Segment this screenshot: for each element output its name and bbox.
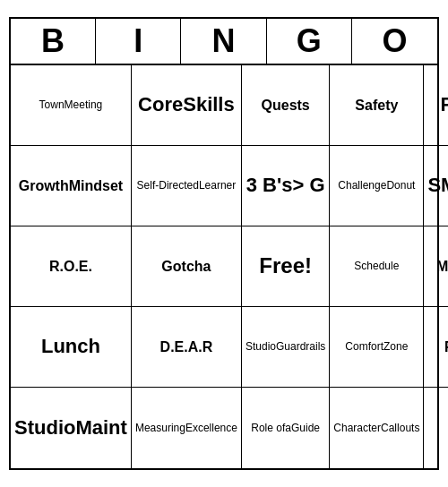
- cell-text: Mindset: [69, 177, 123, 194]
- cell-text: Schedule: [354, 260, 399, 272]
- cell-text: Directed: [159, 179, 199, 192]
- bingo-cell: D.E.A.R: [132, 307, 242, 388]
- cell-text: Guardrails: [276, 340, 325, 353]
- header-letter: I: [96, 19, 181, 64]
- bingo-cell: Lunch: [11, 307, 132, 388]
- bingo-cell: 3 B's> G: [242, 146, 330, 226]
- bingo-cell: CharacterCallouts: [330, 388, 424, 468]
- bingo-card: BINGO TownMeetingCoreSkillsQuestsSafetyP…: [9, 17, 439, 470]
- cell-text: Skills: [183, 93, 234, 116]
- bingo-cell: StudioMaint: [11, 388, 132, 468]
- cell-text: > G: [292, 174, 324, 197]
- bingo-cell: R.O.E.: [11, 226, 132, 307]
- cell-text: Safety: [355, 97, 398, 114]
- bingo-cell: SMARTGoals: [424, 146, 448, 226]
- cell-text: Morning: [436, 258, 448, 275]
- header-letter: G: [267, 19, 352, 64]
- cell-text: Character: [333, 422, 381, 434]
- bingo-cell: Role ofaGuide: [242, 388, 330, 468]
- cell-text: Fixed: [444, 338, 448, 355]
- cell-text: Meeting: [65, 98, 103, 111]
- cell-text: Panic: [440, 93, 448, 116]
- bingo-cell: Schedule: [330, 226, 424, 307]
- cell-text: Lunch: [41, 335, 100, 358]
- bingo-cell: Free!: [242, 226, 330, 307]
- bingo-cell: GrowthMindset: [11, 146, 132, 226]
- header-letter: B: [11, 19, 96, 64]
- bingo-cell: StudioGuardrails: [242, 307, 330, 388]
- cell-text: Role of: [251, 422, 285, 434]
- cell-text: Callouts: [381, 422, 419, 434]
- cell-text: a: [285, 422, 291, 434]
- bingo-cell: Exhibition: [424, 388, 448, 468]
- cell-text: D.E.A.R: [160, 338, 213, 355]
- cell-text: Challenge: [338, 179, 386, 192]
- bingo-grid: TownMeetingCoreSkillsQuestsSafetyPanicZo…: [11, 65, 437, 468]
- cell-text: Comfort: [345, 340, 383, 353]
- cell-text: Studio: [246, 340, 276, 353]
- cell-text: Donut: [386, 179, 415, 192]
- bingo-cell: TownMeeting: [11, 65, 132, 146]
- cell-text: Studio: [14, 416, 75, 440]
- cell-text: Free!: [259, 253, 312, 279]
- cell-text: SMART: [427, 174, 448, 197]
- bingo-cell: MorningLaunch: [424, 226, 448, 307]
- bingo-cell: ComfortZone: [330, 307, 424, 388]
- cell-text: Excellence: [185, 422, 237, 434]
- bingo-cell: Safety: [330, 65, 424, 146]
- cell-text: R.O.E.: [49, 258, 92, 275]
- header-letter: N: [181, 19, 266, 64]
- cell-text: Town: [39, 98, 65, 111]
- cell-text: Quests: [262, 97, 310, 114]
- bingo-cell: MeasuringExcellence: [132, 388, 242, 468]
- cell-text: Learner: [199, 179, 236, 192]
- cell-text: Growth: [19, 177, 69, 194]
- bingo-cell: Gotcha: [132, 226, 242, 307]
- header-letter: O: [352, 19, 437, 64]
- bingo-cell: PanicZone: [424, 65, 448, 146]
- bingo-cell: ChallengeDonut: [330, 146, 424, 226]
- bingo-cell: CoreSkills: [132, 65, 242, 146]
- cell-text: Guide: [291, 422, 320, 434]
- cell-text: Maint: [75, 416, 126, 440]
- cell-text: Self-: [137, 179, 159, 192]
- cell-text: 3 B's: [246, 174, 293, 197]
- cell-text: Gotcha: [161, 258, 211, 275]
- cell-text: Measuring: [135, 422, 185, 434]
- bingo-cell: Quests: [242, 65, 330, 146]
- bingo-cell: Self-DirectedLearner: [132, 146, 242, 226]
- bingo-cell: FixedMindset: [424, 307, 448, 388]
- cell-text: Zone: [383, 340, 408, 353]
- bingo-header: BINGO: [11, 19, 437, 65]
- cell-text: Core: [138, 93, 183, 116]
